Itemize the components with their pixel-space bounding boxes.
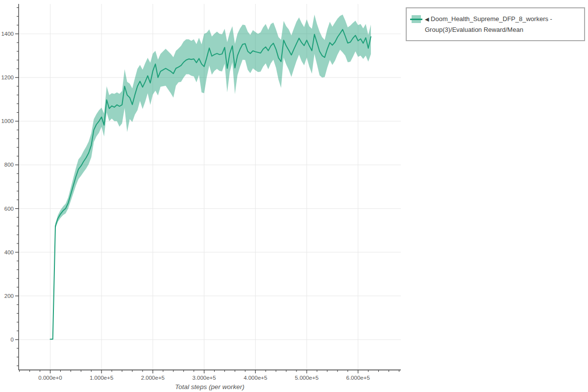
y-tick-label: 800 [4, 162, 14, 168]
y-tick-label: 1200 [1, 74, 14, 80]
x-tick-label: 1.000e+5 [90, 375, 113, 381]
legend-swatch-icon [412, 15, 421, 23]
y-tick-label: 400 [4, 249, 14, 255]
series-band [50, 15, 371, 339]
x-axis-title: Total steps (per worker) [19, 383, 401, 391]
chart-container: 0.000e+01.000e+52.000e+53.000e+54.000e+5… [0, 0, 588, 392]
chart-canvas[interactable]: 0.000e+01.000e+52.000e+53.000e+54.000e+5… [0, 0, 588, 392]
x-tick-label: 4.000e+5 [244, 375, 267, 381]
triangle-left-icon: ◀ [425, 16, 429, 22]
y-tick-label: 0 [11, 337, 14, 343]
legend-line-icon [410, 19, 422, 20]
legend-box[interactable]: ◀ Doom_Health_Supreme_DFP_8_workers - Gr… [406, 7, 585, 41]
x-tick-label: 6.000e+5 [346, 375, 370, 381]
x-tick-label: 2.000e+5 [141, 375, 165, 381]
y-tick-label: 200 [4, 293, 14, 299]
legend-series-label: Doom_Health_Supreme_DFP_8_workers - Grou… [425, 15, 552, 33]
x-tick-label: 0.000e+0 [38, 375, 62, 381]
x-tick-label: 5.000e+5 [295, 375, 318, 381]
legend-entry[interactable]: ◀ Doom_Health_Supreme_DFP_8_workers - Gr… [425, 14, 579, 35]
y-tick-label: 600 [4, 206, 14, 212]
y-tick-label: 1400 [1, 31, 14, 37]
y-tick-label: 1000 [1, 118, 14, 124]
x-tick-label: 3.000e+5 [192, 375, 216, 381]
